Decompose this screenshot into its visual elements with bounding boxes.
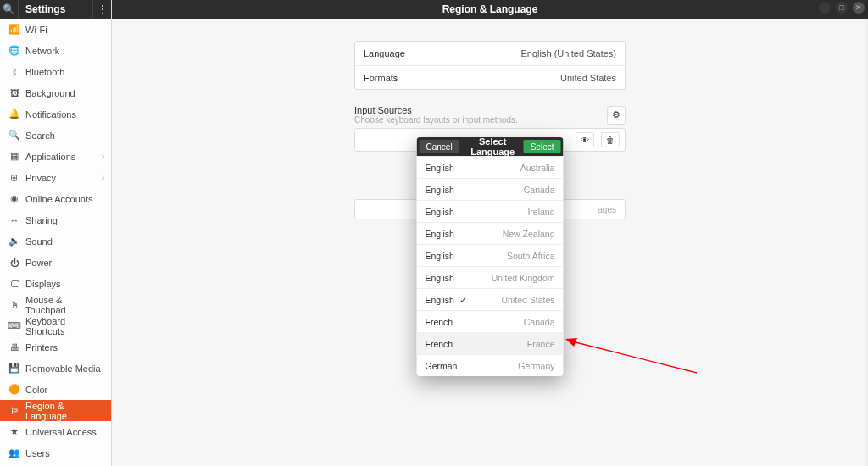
sidebar-item-icon: 💾 [8,363,20,374]
language-name: German [426,361,458,371]
sidebar-item-universal-access[interactable]: ★Universal Access [0,421,111,442]
language-option[interactable]: EnglishCanada [417,178,564,200]
input-sources-title: Input Sources [354,105,518,115]
cancel-button[interactable]: Cancel [420,140,459,153]
sidebar-item-mouse-touchpad[interactable]: 🖱Mouse & Touchpad [0,294,111,315]
language-option[interactable]: GermanGermany [417,354,564,376]
language-region: United States [501,295,554,305]
sidebar-item-background[interactable]: 🖼Background [0,82,111,103]
sidebar-item-label: Color [25,385,104,395]
chevron-right-icon: › [102,152,104,161]
sidebar-item-label: Background [25,88,104,98]
sidebar-item-icon: 🖼 [8,88,20,98]
sidebar-item-sound[interactable]: 🔈Sound [0,230,111,252]
sidebar-item-icon: 🔔 [8,108,20,119]
sidebar-item-label: Power [25,258,104,268]
manage-languages-hint: ages [598,205,616,214]
language-name: English [426,185,454,195]
gear-icon[interactable]: ⚙ [607,106,626,125]
select-button[interactable]: Select [524,140,561,153]
input-sources-header: Input Sources Choose keyboard layouts or… [354,105,626,125]
language-row[interactable]: Language English (United States) [355,42,625,65]
sidebar-item-label: Privacy [25,173,102,183]
language-name: English [426,251,454,261]
language-option[interactable]: EnglishSouth Africa [417,244,564,266]
sidebar-item-applications[interactable]: ▦Applications› [0,146,111,167]
main-panel: Region & Language – □ ✕ Language English… [112,0,868,466]
view-icon[interactable]: 👁 [576,132,594,147]
svg-marker-1 [565,338,577,347]
sidebar-item-icon: 🖱 [8,300,20,310]
sidebar-item-label: Displays [25,279,104,289]
scrollbar[interactable] [865,0,868,466]
input-sources-subtitle: Choose keyboard layouts or input methods… [354,115,518,125]
language-name: English [426,207,454,217]
trash-icon[interactable]: 🗑 [601,132,620,147]
window-maximize-icon[interactable]: □ [836,2,848,14]
sidebar-item-wi-fi[interactable]: 📶Wi-Fi [0,19,111,40]
language-region: Germany [518,361,554,371]
language-name: French [426,317,453,327]
sidebar-item-icon: 🏳 [8,406,20,416]
sidebar-item-label: Universal Access [25,427,104,437]
sidebar-item-color[interactable]: 🟠Color [0,379,111,400]
language-name: English ✓ [426,295,467,305]
language-option[interactable]: FrenchCanada [417,310,564,332]
search-icon[interactable]: 🔍 [0,0,19,19]
main-header: Region & Language – □ ✕ [112,0,868,19]
language-option[interactable]: English ✓United States [417,288,564,310]
sidebar-item-removable-media[interactable]: 💾Removable Media [0,358,111,379]
sidebar-item-displays[interactable]: 🖵Displays [0,273,111,294]
sidebar-item-users[interactable]: 👥Users [0,442,111,463]
window-minimize-icon[interactable]: – [819,2,831,14]
sidebar-item-network[interactable]: 🌐Network [0,40,111,61]
language-option[interactable]: FrenchFrance [417,332,564,354]
chevron-right-icon: › [102,173,104,182]
sidebar-item-icon: ⛨ [8,173,20,183]
sidebar-item-icon: 📶 [8,24,20,35]
sidebar-item-label: Keyboard Shortcuts [25,316,104,336]
dialog-header: Cancel Select Language Select [417,137,564,156]
sidebar-item-keyboard-shortcuts[interactable]: ⌨Keyboard Shortcuts [0,315,111,336]
dialog-title: Select Language [462,137,524,157]
language-region: South Africa [507,251,555,261]
sidebar-item-search[interactable]: 🔍Search [0,125,111,146]
window-close-icon[interactable]: ✕ [853,2,865,14]
sidebar-item-icon: ᛒ [8,67,20,77]
sidebar-item-icon: 🌐 [8,45,20,56]
sidebar-menu-icon[interactable]: ⋮ [92,0,111,19]
language-list: EnglishAustraliaEnglishCanadaEnglishIrel… [417,156,564,376]
sidebar-item-icon: 👥 [8,447,20,458]
language-region: Canada [524,317,555,327]
sidebar-item-region-language[interactable]: 🏳Region & Language [0,400,111,421]
formats-key: Formats [364,73,398,83]
sidebar-item-power[interactable]: ⏻Power [0,252,111,273]
language-region: Ireland [527,207,554,217]
language-option[interactable]: EnglishAustralia [417,156,564,178]
sidebar-item-sharing[interactable]: ↔Sharing [0,209,111,230]
language-option[interactable]: EnglishNew Zealand [417,222,564,244]
sidebar-item-icon: ◉ [8,193,20,204]
language-region: France [527,339,555,349]
language-name: French [426,339,453,349]
sidebar-item-icon: ▦ [8,151,20,162]
sidebar-item-label: Users [25,448,104,458]
language-name: English [426,229,454,239]
sidebar-item-label: Wi-Fi [25,25,104,35]
formats-row[interactable]: Formats United States [355,65,625,89]
language-region: Australia [520,163,555,173]
language-name: English [426,163,454,173]
sidebar-item-bluetooth[interactable]: ᛒBluetooth [0,61,111,82]
language-option[interactable]: EnglishIreland [417,200,564,222]
sidebar-item-icon: ⏻ [8,258,20,268]
language-option[interactable]: EnglishUnited Kingdom [417,266,564,288]
annotation-arrow [565,335,701,380]
settings-sidebar: 🔍 Settings ⋮ 📶Wi-Fi🌐NetworkᛒBluetooth🖼Ba… [0,0,112,466]
language-region: New Zealand [503,229,555,239]
sidebar-item-online-accounts[interactable]: ◉Online Accounts [0,188,111,209]
sidebar-item-notifications[interactable]: 🔔Notifications [0,103,111,125]
sidebar-item-label: Applications [25,152,102,162]
sidebar-item-icon: ★ [8,426,20,437]
sidebar-item-printers[interactable]: 🖶Printers [0,336,111,358]
sidebar-item-privacy[interactable]: ⛨Privacy› [0,167,111,188]
